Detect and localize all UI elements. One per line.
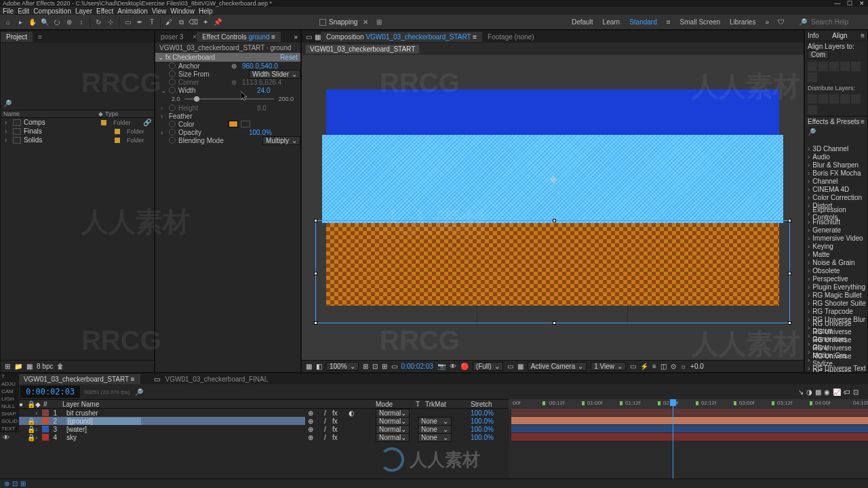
ep-item[interactable]: ›Color Correction [805, 193, 867, 201]
tl-icon-comp[interactable]: ◑ [806, 388, 812, 396]
stretch-value[interactable]: 100.0% [471, 426, 494, 433]
workspace-libraries[interactable]: Libraries [730, 18, 755, 26]
stopwatch-icon[interactable] [169, 70, 176, 77]
twirl-icon[interactable]: ⌄ [161, 87, 166, 94]
stopwatch-icon[interactable] [169, 87, 176, 94]
exposure-value[interactable]: +0.0 [690, 363, 704, 370]
selection-bounds[interactable] [315, 220, 790, 323]
ep-item[interactable]: ›RG Shooter Suite [805, 299, 867, 307]
color-swatch[interactable] [229, 121, 238, 127]
views-dropdown[interactable]: 1 View⌄ [591, 362, 626, 371]
col-t[interactable]: T [416, 401, 422, 408]
timeline-layer[interactable]: 👁🔒›2[ground] [0, 417, 305, 425]
roi-icon[interactable]: ▭ [507, 363, 513, 370]
ruler-icon[interactable]: ⊡ [372, 363, 378, 370]
snap-opt1-icon[interactable]: ✕ [360, 17, 371, 28]
align-left-icon[interactable] [808, 62, 817, 71]
align-to-dropdown[interactable]: Com [808, 50, 829, 59]
playhead[interactable] [673, 399, 673, 479]
dist-5-icon[interactable] [851, 94, 861, 104]
home-icon[interactable]: ⌂ [3, 17, 14, 28]
maximize-icon[interactable]: ☐ [846, 0, 853, 7]
menu-animation[interactable]: Animation [117, 7, 147, 15]
ep-item[interactable]: ›CINEMA 4D [805, 185, 867, 193]
roto-tool-icon[interactable]: ✦ [200, 17, 211, 28]
snap-opt2-icon[interactable]: ⊞ [374, 17, 384, 28]
lock-icon[interactable]: 🔒 [27, 434, 34, 441]
col-mode[interactable]: Mode [376, 401, 413, 408]
res-toggle-icon[interactable]: ⊞ [363, 363, 368, 370]
ep-item[interactable]: ›RG Magic Bullet [805, 291, 867, 299]
info-tab[interactable]: Info [808, 32, 819, 39]
stopwatch-icon[interactable] [169, 129, 176, 136]
effects-presets-tab[interactable]: Effects & Presets [808, 118, 860, 125]
ep-item[interactable]: ›3D Channel [805, 144, 867, 152]
flow-icon[interactable]: ▭ [306, 33, 312, 41]
stopwatch-icon[interactable] [169, 121, 176, 127]
stopwatch-icon[interactable] [169, 137, 176, 144]
twirl-icon[interactable]: › [5, 119, 10, 126]
hand-tool-icon[interactable]: ✋ [27, 17, 38, 28]
ep-item[interactable]: ›Keying [805, 242, 867, 250]
mask-icon[interactable]: ▭ [391, 363, 397, 370]
eyedropper-icon[interactable] [241, 121, 250, 127]
col-solo-icon[interactable]: ● [19, 401, 26, 408]
selection-tool-icon[interactable]: ▸ [15, 17, 26, 28]
menu-file[interactable]: File [3, 7, 14, 15]
workspace-small[interactable]: Small Screen [680, 18, 720, 26]
close-icon[interactable]: ✕ [859, 0, 865, 7]
effect-controls-tab[interactable]: Effect Controls ground ≡ [197, 32, 281, 42]
channel-icon[interactable]: 🔴 [460, 363, 469, 370]
ep-item[interactable]: ›RG Universe Stylize [805, 356, 867, 364]
ep-item[interactable]: ›Obsolete [805, 266, 867, 274]
tl-icon-tag[interactable]: 🏷 [844, 388, 850, 396]
reset-exp-icon[interactable]: ⊙ [671, 363, 676, 370]
workspace-default[interactable]: Default [572, 18, 593, 26]
timeline-layer[interactable]: 👁›1bit crusher [0, 409, 305, 417]
ep-item[interactable]: ›Plugin Everything [805, 283, 867, 291]
tl-flow-icon2[interactable]: ▭ [154, 375, 160, 383]
twirl-icon[interactable]: › [5, 136, 10, 144]
col-label-icon[interactable]: ◆ [35, 401, 42, 408]
search-help-input[interactable] [811, 18, 865, 26]
col-trkmat[interactable]: TrkMat [425, 401, 459, 408]
menu-view[interactable]: View [152, 7, 167, 15]
col-type[interactable]: Type [102, 110, 121, 117]
effect-name-row[interactable]: ⌄ fx Checkerboard Reset [155, 53, 300, 62]
col-name[interactable]: Name [1, 110, 96, 117]
rect-tool-icon[interactable]: ▭ [122, 17, 133, 28]
track-z-tool-icon[interactable]: ↕ [76, 17, 87, 28]
dist-3-icon[interactable] [829, 94, 839, 104]
fast-preview-icon[interactable]: ⚡ [640, 363, 648, 370]
align-vcenter-icon[interactable] [851, 62, 861, 71]
lock-icon[interactable]: 🔒 [27, 418, 34, 425]
eraser-tool-icon[interactable]: ⌫ [188, 17, 199, 28]
alpha-icon2[interactable]: ◧ [316, 363, 322, 370]
col-num[interactable]: # [43, 401, 50, 408]
menu-effect[interactable]: Effect [96, 7, 113, 15]
menu-window[interactable]: Window [170, 7, 195, 15]
menu-layer[interactable]: Layer [75, 7, 92, 15]
footage-tab[interactable]: Footage (none) [482, 32, 539, 42]
timecode-display[interactable]: 0:00:02:03 [401, 363, 433, 370]
type-tool-icon[interactable]: T [146, 17, 157, 28]
twirl-icon[interactable]: › [161, 113, 166, 120]
blending-dropdown[interactable]: Multiply⌄ [262, 136, 300, 145]
align-top-icon[interactable] [840, 62, 850, 71]
stretch-value[interactable]: 100.0% [471, 409, 494, 417]
track-xy-tool-icon[interactable]: ⊕ [64, 17, 75, 28]
layer-icon[interactable]: ▦ [315, 33, 321, 41]
ep-item[interactable]: ›RG Trapcode [805, 307, 867, 315]
workspace-learn[interactable]: Learn [603, 18, 620, 26]
col-layer-name[interactable]: Layer Name [62, 401, 137, 408]
orbit-tool-icon[interactable]: ⭮ [52, 17, 62, 28]
panel-menu-icon[interactable]: ≡ [861, 118, 865, 125]
stopwatch-icon[interactable] [169, 62, 176, 69]
menu-composition[interactable]: Composition [33, 7, 71, 15]
ep-item[interactable]: ›Boris FX Mocha [805, 169, 867, 177]
align-right-icon[interactable] [829, 62, 839, 71]
width-value[interactable]: 24.0 [257, 87, 270, 94]
link-icon[interactable]: 🔗 [143, 119, 151, 126]
composition-tab[interactable]: Composition VGW01_03_checkerboard_START … [321, 32, 482, 42]
eye-icon[interactable]: 👁 [3, 434, 9, 441]
